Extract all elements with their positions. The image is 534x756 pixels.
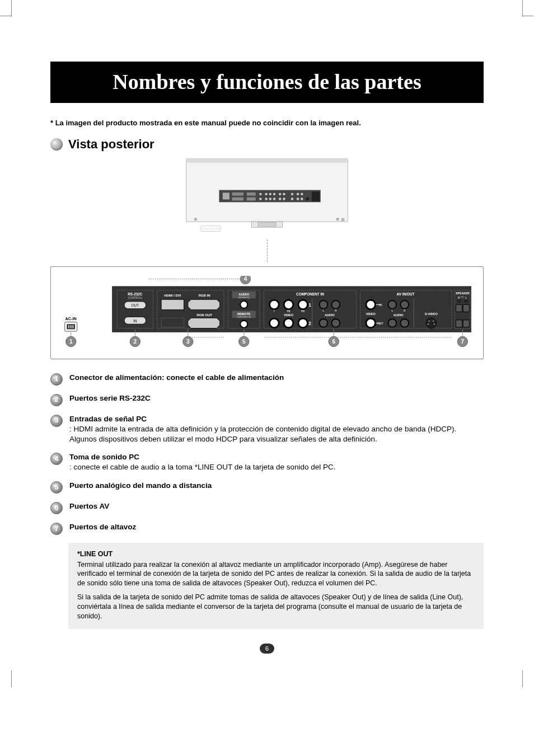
svg-rect-128 bbox=[463, 320, 469, 327]
legend-4-body: : conecte el cable de audio a la toma *L… bbox=[69, 462, 336, 472]
line-out-note: *LINE OUT Terminal utilizado para realiz… bbox=[68, 543, 484, 629]
svg-point-9 bbox=[259, 198, 261, 200]
port-panel-diagram: 4 AC-IN RS-232C (CONTROL) OUT IN HDMI / … bbox=[50, 266, 484, 359]
svg-text:3: 3 bbox=[186, 339, 190, 345]
svg-text:VIDEO: VIDEO bbox=[284, 313, 294, 317]
svg-point-23 bbox=[291, 198, 293, 200]
svg-rect-27 bbox=[312, 191, 320, 201]
legend-7-title: Puertos de altavoz bbox=[69, 523, 136, 531]
svg-point-11 bbox=[269, 193, 271, 195]
legend-3-title: Entradas de señal PC bbox=[69, 414, 484, 424]
svg-point-24 bbox=[297, 198, 299, 200]
svg-text:PB: PB bbox=[287, 310, 290, 313]
svg-text:CONTROL IN: CONTROL IN bbox=[237, 316, 251, 318]
svg-text:RGB OUT: RGB OUT bbox=[196, 313, 212, 317]
note-paragraph-2: Si la salida de la tarjeta de sonido del… bbox=[77, 593, 475, 621]
svg-text:2: 2 bbox=[308, 321, 311, 326]
badge-1-icon: 1 bbox=[50, 373, 63, 386]
product-rear-illustration bbox=[50, 158, 484, 262]
svg-point-18 bbox=[279, 198, 281, 200]
badge-5-icon: 5 bbox=[50, 481, 63, 494]
svg-text:AUDIO: AUDIO bbox=[394, 313, 404, 317]
svg-point-74 bbox=[240, 321, 247, 328]
svg-text:5: 5 bbox=[242, 339, 246, 345]
legend-list: 1 Conector de alimentación: conecte el c… bbox=[50, 373, 484, 535]
svg-text:IN: IN bbox=[133, 319, 137, 323]
svg-text:OUT: OUT bbox=[377, 322, 383, 325]
legend-4-title: Toma de sonido PC bbox=[69, 452, 336, 462]
svg-point-79 bbox=[298, 300, 308, 309]
svg-point-70 bbox=[240, 301, 247, 308]
svg-point-95 bbox=[332, 319, 340, 327]
svg-rect-41 bbox=[200, 226, 221, 231]
badge-7-icon: 7 bbox=[50, 523, 63, 535]
svg-point-89 bbox=[320, 300, 328, 309]
svg-rect-6 bbox=[247, 192, 256, 196]
note-heading: *LINE OUT bbox=[77, 550, 475, 559]
svg-rect-125 bbox=[456, 304, 462, 312]
svg-point-98 bbox=[366, 300, 376, 309]
svg-rect-51 bbox=[72, 325, 73, 328]
svg-point-94 bbox=[320, 319, 328, 327]
badge-6-icon: 6 bbox=[50, 502, 63, 514]
svg-text:OUT: OUT bbox=[132, 303, 139, 307]
svg-point-21 bbox=[297, 193, 299, 195]
svg-point-113 bbox=[426, 318, 436, 328]
svg-text:AC-IN: AC-IN bbox=[65, 316, 77, 321]
svg-point-8 bbox=[259, 193, 261, 195]
svg-text:AV IN/OUT: AV IN/OUT bbox=[397, 292, 415, 296]
svg-text:COMPONENT IN: COMPONENT IN bbox=[296, 292, 324, 296]
legend-item-1: 1 Conector de alimentación: conecte el c… bbox=[50, 373, 484, 386]
svg-text:1: 1 bbox=[308, 303, 311, 308]
intro-note: * La imagen del producto mostrada en est… bbox=[50, 119, 484, 127]
svg-point-106 bbox=[400, 300, 409, 309]
legend-item-6: 6 Puertos AV bbox=[50, 501, 484, 514]
svg-text:HDMI / DVI: HDMI / DVI bbox=[164, 294, 181, 297]
svg-rect-126 bbox=[463, 304, 469, 312]
svg-rect-29 bbox=[258, 223, 276, 227]
svg-point-10 bbox=[265, 193, 267, 195]
svg-point-14 bbox=[269, 198, 271, 200]
svg-point-107 bbox=[388, 319, 396, 327]
svg-text:SPEAKER: SPEAKER bbox=[456, 292, 470, 295]
svg-point-85 bbox=[270, 318, 279, 328]
svg-point-16 bbox=[279, 193, 281, 195]
svg-point-78 bbox=[284, 300, 293, 309]
svg-text:RS-232C: RS-232C bbox=[128, 292, 143, 296]
monitor-rear-icon bbox=[186, 158, 348, 240]
svg-point-116 bbox=[428, 323, 429, 325]
svg-text:1: 1 bbox=[69, 339, 73, 345]
svg-point-30 bbox=[194, 218, 196, 220]
section-title: Vista posterior bbox=[68, 137, 154, 152]
svg-point-77 bbox=[270, 300, 279, 309]
legend-1-title: Conector de alimentación: conecte el cab… bbox=[69, 373, 284, 382]
svg-point-26 bbox=[306, 198, 310, 201]
svg-rect-4 bbox=[232, 192, 243, 196]
page-title-bar: Nombres y funciones de las partes bbox=[50, 62, 484, 103]
svg-point-114 bbox=[428, 320, 430, 322]
legend-6-title: Puertos AV bbox=[69, 502, 109, 510]
svg-text:AUDIO: AUDIO bbox=[325, 313, 335, 317]
legend-5-title: Puerto analógico del mando a distancia bbox=[69, 481, 212, 490]
legend-item-3: 3 Entradas de señal PC : HDMI admite la … bbox=[50, 414, 484, 445]
svg-rect-5 bbox=[232, 198, 243, 201]
svg-text:(CONTROL): (CONTROL) bbox=[128, 297, 143, 299]
svg-text:2: 2 bbox=[134, 339, 137, 345]
legend-2-title: Puertos serie RS-232C bbox=[69, 394, 151, 402]
svg-rect-50 bbox=[71, 325, 72, 328]
svg-point-20 bbox=[291, 193, 293, 195]
note-paragraph-1: Terminal utilizado para realizar la cone… bbox=[77, 560, 475, 589]
badge-2-icon: 2 bbox=[50, 394, 63, 406]
svg-point-87 bbox=[298, 318, 308, 328]
svg-text:S-VIDEO: S-VIDEO bbox=[425, 312, 438, 316]
badge-3-icon: 3 bbox=[50, 415, 63, 427]
svg-point-86 bbox=[284, 318, 293, 328]
svg-point-22 bbox=[301, 193, 303, 195]
svg-text:4: 4 bbox=[244, 276, 247, 282]
svg-rect-7 bbox=[247, 198, 256, 201]
svg-text:IN: IN bbox=[379, 303, 382, 307]
svg-text:6: 6 bbox=[332, 339, 335, 345]
svg-point-25 bbox=[301, 198, 303, 200]
svg-point-19 bbox=[283, 198, 285, 200]
svg-point-101 bbox=[366, 318, 376, 328]
